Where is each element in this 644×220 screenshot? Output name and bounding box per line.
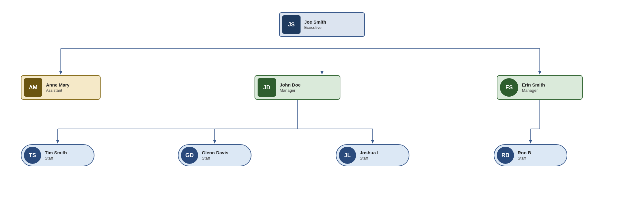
- info-glenn: Glenn Davis Staff: [198, 150, 232, 160]
- avatar-joe: JS: [282, 15, 301, 34]
- name-anne: Anne Mary: [46, 82, 70, 87]
- info-ron: Ron B Staff: [514, 150, 535, 160]
- avatar-anne: AM: [24, 78, 42, 97]
- role-anne: Assistant: [46, 88, 70, 93]
- role-tim: Staff: [45, 156, 67, 160]
- avatar-john: JD: [258, 78, 276, 97]
- node-joe-smith[interactable]: JS Joe Smith Executive: [279, 12, 365, 37]
- name-john: John Doe: [280, 82, 301, 87]
- name-erin: Erin Smith: [522, 82, 545, 87]
- node-erin-smith[interactable]: ES Erin Smith Manager: [497, 75, 583, 100]
- role-joshua: Staff: [360, 156, 380, 160]
- node-john-doe[interactable]: JD John Doe Manager: [255, 75, 340, 100]
- node-ron-b[interactable]: RB Ron B Staff: [494, 144, 567, 166]
- avatar-glenn: GD: [181, 147, 198, 164]
- info-joshua: Joshua L Staff: [356, 150, 384, 160]
- node-tim-smith[interactable]: TS Tim Smith Staff: [21, 144, 94, 166]
- avatar-ron: RB: [497, 147, 514, 164]
- name-tim: Tim Smith: [45, 150, 67, 155]
- info-tim: Tim Smith Staff: [41, 150, 71, 160]
- name-ron: Ron B: [518, 150, 531, 155]
- avatar-joshua: JL: [339, 147, 356, 164]
- info-john: John Doe Manager: [276, 82, 304, 93]
- node-glenn-davis[interactable]: GD Glenn Davis Staff: [178, 144, 251, 166]
- role-joe: Executive: [304, 25, 326, 30]
- name-joshua: Joshua L: [360, 150, 380, 155]
- info-erin: Erin Smith Manager: [518, 82, 549, 93]
- info-anne: Anne Mary Assistant: [42, 82, 73, 93]
- node-anne-mary[interactable]: AM Anne Mary Assistant: [21, 75, 101, 100]
- role-erin: Manager: [522, 88, 545, 93]
- name-joe: Joe Smith: [304, 19, 326, 25]
- org-chart: JS Joe Smith Executive AM Anne Mary Assi…: [0, 0, 644, 220]
- info-joe: Joe Smith Executive: [301, 19, 330, 30]
- name-glenn: Glenn Davis: [202, 150, 228, 155]
- role-glenn: Staff: [202, 156, 228, 160]
- role-ron: Staff: [518, 156, 531, 160]
- avatar-tim: TS: [24, 147, 41, 164]
- role-john: Manager: [280, 88, 301, 93]
- node-joshua-l[interactable]: JL Joshua L Staff: [336, 144, 409, 166]
- avatar-erin: ES: [500, 78, 518, 97]
